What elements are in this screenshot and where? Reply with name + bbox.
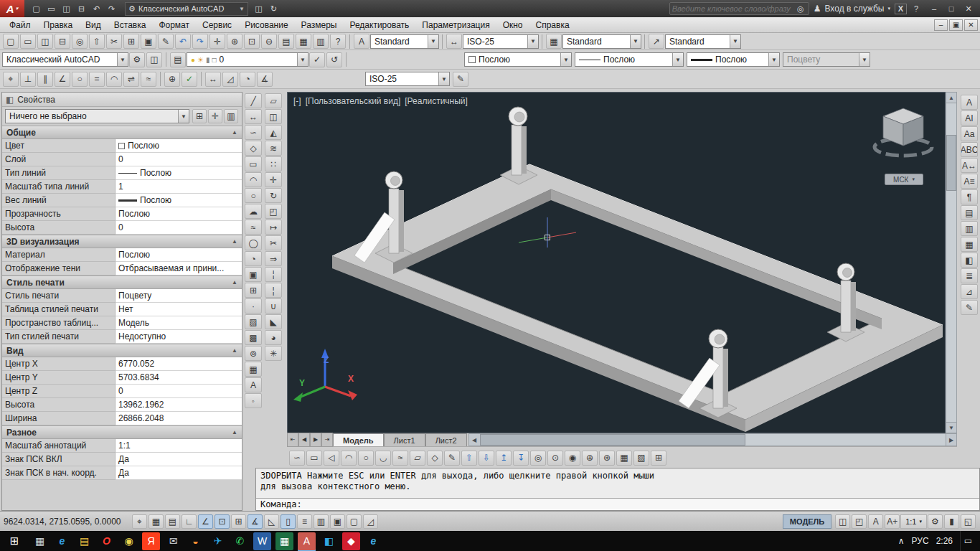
mtext-icon[interactable]: A xyxy=(961,95,978,110)
sketch-icon[interactable]: ✎ xyxy=(444,451,460,466)
definition-icon[interactable]: ≣ xyxy=(961,268,978,283)
property-value[interactable]: Послою xyxy=(116,207,242,221)
open-file-icon[interactable]: ▭ xyxy=(44,2,59,15)
circle-center-icon[interactable]: ⊙ xyxy=(547,451,563,466)
gradient-icon[interactable]: ▩ xyxy=(245,330,262,345)
menu-item[interactable]: Правка xyxy=(37,17,80,33)
taskbar-vscode-icon[interactable]: ◧ xyxy=(320,532,338,550)
scroll-left-button[interactable]: ◀ xyxy=(469,434,480,446)
break-at-point-icon[interactable]: ╎ xyxy=(265,267,282,282)
workspace-settings-icon[interactable]: ⚙ xyxy=(129,52,145,67)
show-constraints-icon[interactable]: ✓ xyxy=(182,72,197,87)
mirror-icon[interactable]: ◭ xyxy=(265,125,282,140)
language-indicator[interactable]: РУС xyxy=(912,536,929,546)
undo-icon[interactable]: ↶ xyxy=(175,34,191,49)
bring-above-icon[interactable]: ↥ xyxy=(496,451,512,466)
layer-lock-icon[interactable]: ▮ xyxy=(206,56,210,64)
spline-icon[interactable]: ≈ xyxy=(392,451,408,466)
single-line-text-icon[interactable]: AI xyxy=(961,110,978,126)
move-icon[interactable]: ✛ xyxy=(265,172,282,187)
attribute-icon[interactable]: ◧ xyxy=(961,253,978,268)
infer-constraints-toggle[interactable]: ⌖ xyxy=(132,514,147,529)
circle-icon[interactable]: ○ xyxy=(245,188,262,203)
quick-properties-toggle[interactable]: ▣ xyxy=(330,514,345,529)
property-category-header[interactable]: Общие▲ xyxy=(2,126,242,139)
edit-icon[interactable]: ✎ xyxy=(961,300,978,315)
fillet-icon[interactable]: ◕ xyxy=(265,330,282,345)
array-icon[interactable]: ∷ xyxy=(265,156,282,171)
text-scale-icon[interactable]: A↔ xyxy=(961,158,978,173)
block-icon[interactable]: ⊞ xyxy=(651,451,666,466)
new-file-icon[interactable]: ▢ xyxy=(3,34,19,49)
send-to-back-icon[interactable]: ⇩ xyxy=(479,451,494,466)
transparency-toggle[interactable]: ▥ xyxy=(314,514,329,529)
workspace-dropdown[interactable]: ⚙Классический AutoCAD▼ xyxy=(125,2,248,16)
property-value[interactable]: 0 xyxy=(116,153,242,166)
polyline-icon[interactable]: ∽ xyxy=(289,451,305,466)
table-style-icon[interactable]: ▦ xyxy=(546,34,562,49)
layer-color-icon[interactable]: □ xyxy=(212,56,217,64)
taskbar-opera-icon[interactable]: O xyxy=(98,532,116,550)
zoom-previous-icon[interactable]: ⊖ xyxy=(261,34,277,49)
plot-icon[interactable]: ⊟ xyxy=(74,2,89,15)
taskbar-firefox-icon[interactable]: ◒ xyxy=(187,532,204,550)
hatch-icon[interactable]: ▨ xyxy=(245,314,262,329)
make-object-layer-current-icon[interactable]: ✓ xyxy=(309,52,325,67)
collapse-arrow-icon[interactable]: ▲ xyxy=(232,429,237,435)
property-value[interactable]: 26866.2048 xyxy=(116,412,242,425)
pan-icon[interactable]: ✛ xyxy=(209,34,225,49)
edit-text-icon[interactable]: Aa xyxy=(961,126,978,141)
tool-palettes-icon[interactable]: ▥ xyxy=(313,34,329,49)
explode-icon[interactable]: ✳ xyxy=(265,346,282,361)
viewport-view-name[interactable]: [Пользовательский вид] xyxy=(306,96,401,106)
mdi-minimize-button[interactable]: – xyxy=(934,19,948,31)
dim-style-dropdown-2[interactable]: ISO-25▼ xyxy=(365,72,450,86)
table-style-dropdown[interactable]: Standard▼ xyxy=(562,34,641,49)
dim-style-icon[interactable]: ↔ xyxy=(446,34,462,49)
filled-circle-icon[interactable]: ◉ xyxy=(565,451,580,466)
plot-icon[interactable]: ⊟ xyxy=(55,34,70,49)
annotation-autoscale-icon[interactable]: A+ xyxy=(885,514,900,529)
collapse-arrow-icon[interactable]: ▲ xyxy=(232,347,237,354)
osnap-3d-toggle[interactable]: ⊞ xyxy=(231,514,246,529)
text-style-icon[interactable]: A xyxy=(354,34,369,49)
linear-dimension-icon[interactable]: ↔ xyxy=(205,72,221,87)
property-category-header[interactable]: Разное▲ xyxy=(2,425,242,439)
polar-toggle[interactable]: ∠ xyxy=(198,514,213,529)
viewport-visual-style[interactable]: [Реалистичный] xyxy=(405,96,468,106)
scroll-up-button[interactable]: ▲ xyxy=(946,93,956,103)
erase-icon[interactable]: ▱ xyxy=(265,93,282,108)
color-dropdown[interactable]: Послою▼ xyxy=(464,52,572,67)
grid-toggle[interactable]: ▤ xyxy=(165,514,180,529)
last-tab-button[interactable]: ⇥ xyxy=(321,433,333,447)
aligned-dimension-icon[interactable]: ◿ xyxy=(222,72,238,87)
tab-model[interactable]: Модель xyxy=(333,433,384,446)
table-icon[interactable]: ▦ xyxy=(616,451,632,466)
refresh-icon[interactable]: ↻ xyxy=(266,2,281,15)
workspaces-dropdown[interactable]: Классический AutoCAD▼ xyxy=(2,52,128,67)
ellipse-arc-icon[interactable]: ◔ xyxy=(245,251,262,266)
arc-flipped-icon[interactable]: ◡ xyxy=(375,451,391,466)
donut-icon[interactable]: ◎ xyxy=(530,451,546,466)
clock[interactable]: 2:26 xyxy=(936,536,953,546)
table-icon[interactable]: ▤ xyxy=(961,205,978,220)
break-icon[interactable]: ¦ xyxy=(265,283,282,298)
exchange-apps-icon[interactable]: X xyxy=(895,4,907,14)
polygon-icon[interactable]: ◇ xyxy=(245,141,262,156)
property-category-header[interactable]: Стиль печати▲ xyxy=(2,276,242,289)
property-value[interactable]: Послою xyxy=(116,139,242,153)
tray-expand-chevron[interactable]: ∧ xyxy=(898,536,905,546)
angular-constraint-icon[interactable]: ∠ xyxy=(55,72,70,87)
property-value[interactable]: Послою xyxy=(116,166,242,180)
toolbar-lock-icon[interactable]: ▮ xyxy=(944,514,959,529)
property-value[interactable]: Послою xyxy=(116,194,242,207)
open-file-icon[interactable]: ▭ xyxy=(20,34,36,49)
region-icon[interactable]: ⊚ xyxy=(245,346,262,361)
text-justify-icon[interactable]: A≡ xyxy=(961,174,978,189)
point-icon[interactable]: · xyxy=(245,298,262,314)
field-icon[interactable]: ▦ xyxy=(961,237,978,252)
workspace-save-icon[interactable]: ◫ xyxy=(146,52,162,67)
zoom-window-icon[interactable]: ⊡ xyxy=(244,34,260,49)
property-value[interactable]: Нет xyxy=(116,303,242,316)
autocad-logo[interactable]: A▾ xyxy=(0,0,24,17)
